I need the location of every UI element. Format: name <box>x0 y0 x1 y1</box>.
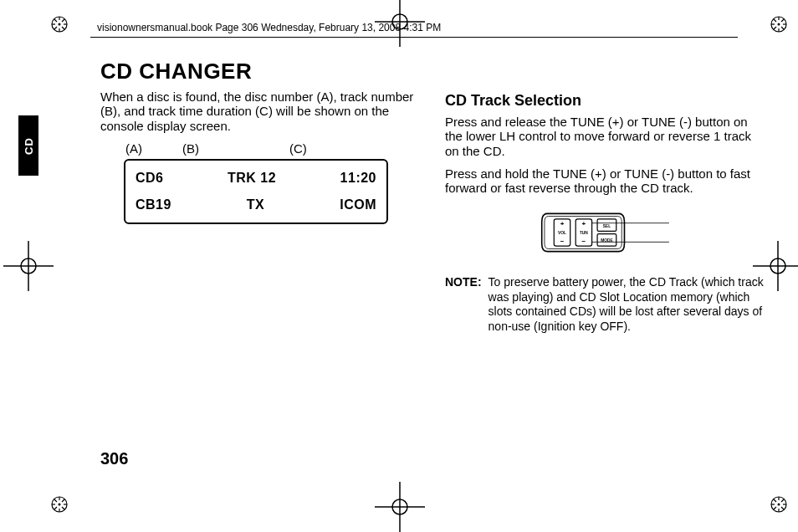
label-b: (B) <box>182 141 199 156</box>
svg-line-38 <box>781 499 784 502</box>
console-display: CD6 TRK 12 11:20 CB19 TX ICOM <box>124 159 388 224</box>
svg-line-29 <box>54 507 57 509</box>
content: CD CHANGER When a disc is found, the dis… <box>100 59 765 473</box>
display-cd: CD6 <box>136 171 164 186</box>
svg-line-27 <box>62 507 64 509</box>
svg-point-21 <box>59 504 61 506</box>
registration-mark-icon <box>50 495 69 514</box>
vol-plus-label: + <box>560 220 565 228</box>
svg-line-26 <box>54 499 57 502</box>
section-tab-label: CD <box>23 137 35 155</box>
display-tx: TX <box>247 197 264 212</box>
display-time: 11:20 <box>340 171 376 186</box>
column-left: CD CHANGER When a disc is found, the dis… <box>100 59 420 473</box>
crop-mark-icon <box>375 482 425 532</box>
page: visionownersmanual.book Page 306 Wednesd… <box>0 0 798 532</box>
registration-mark-icon <box>770 15 788 33</box>
registration-mark-icon <box>50 15 69 33</box>
display-row-1: CD6 TRK 12 11:20 <box>136 171 376 186</box>
section-subtitle: CD Track Selection <box>445 92 765 110</box>
display-cb: CB19 <box>136 197 171 212</box>
vol-label: VOL <box>558 232 566 236</box>
registration-mark-icon <box>770 495 788 514</box>
svg-line-19 <box>774 27 776 29</box>
svg-point-1 <box>59 23 61 26</box>
display-row-2: CB19 TX ICOM <box>136 197 376 212</box>
tun-minus-label: − <box>582 238 586 245</box>
svg-line-37 <box>781 507 784 509</box>
paragraph-2: Press and hold the TUNE (+) or TUNE (-) … <box>445 166 765 196</box>
page-number: 306 <box>100 449 128 468</box>
intro-paragraph: When a disc is found, the disc number (A… <box>100 90 420 133</box>
paragraph-1: Press and release the TUNE (+) or TUNE (… <box>445 115 765 158</box>
svg-point-11 <box>778 23 780 26</box>
svg-line-6 <box>54 19 57 22</box>
label-a: (A) <box>125 141 142 156</box>
svg-line-28 <box>62 499 64 502</box>
svg-line-17 <box>781 27 784 29</box>
section-tab: CD <box>18 115 38 176</box>
note-block: NOTE: To preserve battery power, the CD … <box>445 275 765 334</box>
column-right: CD Track Selection Press and release the… <box>445 59 765 473</box>
svg-point-31 <box>778 504 780 506</box>
vol-minus-label: − <box>560 238 565 245</box>
svg-line-39 <box>774 507 776 509</box>
tun-plus-label: + <box>582 220 586 228</box>
svg-line-9 <box>54 27 57 29</box>
display-icom: ICOM <box>340 197 376 212</box>
sel-label: SEL <box>603 224 611 228</box>
svg-line-7 <box>62 27 64 29</box>
note-label: NOTE: <box>445 275 482 334</box>
tun-label: TUN <box>580 232 588 236</box>
svg-line-18 <box>781 19 784 22</box>
control-figure: + VOL − + TUN − SEL MODE <box>445 205 765 260</box>
note-body: To preserve battery power, the CD Track … <box>489 275 765 334</box>
label-c: (C) <box>289 141 307 156</box>
svg-line-36 <box>774 499 776 502</box>
page-header: visionownersmanual.book Page 306 Wednesd… <box>97 22 441 33</box>
display-track: TRK 12 <box>228 171 276 186</box>
display-labels: (A) (B) (C) <box>125 141 420 156</box>
page-title: CD CHANGER <box>100 59 420 84</box>
lh-control-icon: + VOL − + TUN − SEL MODE <box>534 205 676 260</box>
header-rule <box>90 37 738 38</box>
svg-line-8 <box>62 19 64 22</box>
crop-mark-icon <box>3 241 54 291</box>
svg-line-16 <box>774 19 776 22</box>
